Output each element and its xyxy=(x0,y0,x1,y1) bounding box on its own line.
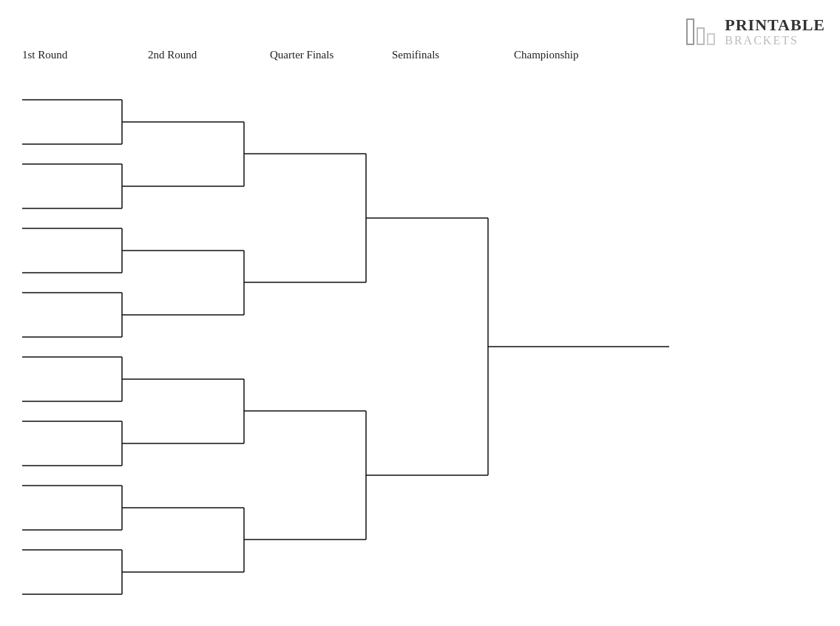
bracket-diagram-main xyxy=(0,0,840,626)
